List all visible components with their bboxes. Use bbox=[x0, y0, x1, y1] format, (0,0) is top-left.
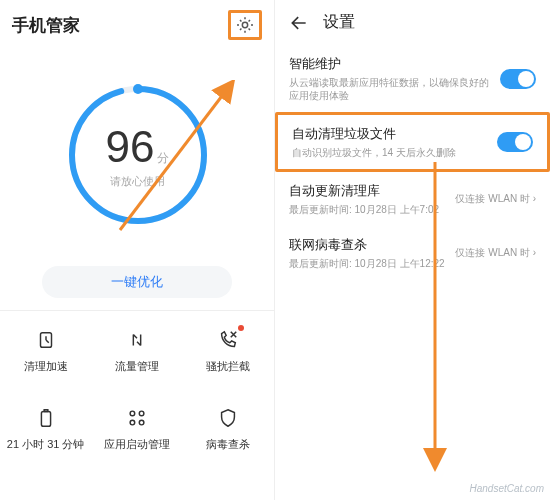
svg-point-11 bbox=[139, 420, 144, 425]
svg-point-8 bbox=[130, 411, 135, 416]
gear-icon[interactable] bbox=[235, 15, 255, 35]
notification-dot bbox=[238, 325, 244, 331]
app-title: 手机管家 bbox=[12, 14, 80, 37]
setting-smart-maintenance[interactable]: 智能维护 从云端读取最新应用特征数据，以确保良好的应用使用体验 bbox=[275, 45, 550, 112]
shield-icon bbox=[215, 405, 241, 431]
settings-title: 设置 bbox=[323, 12, 355, 33]
app-grid-icon bbox=[124, 405, 150, 431]
setting-title: 自动清理垃圾文件 bbox=[292, 125, 487, 143]
battery-icon bbox=[33, 405, 59, 431]
setting-title: 智能维护 bbox=[289, 55, 490, 73]
grid-item-harassment[interactable]: 骚扰拦截 bbox=[183, 311, 274, 389]
setting-title: 自动更新清理库 bbox=[289, 182, 445, 200]
score-gauge: 96 分 请放心使用 bbox=[63, 80, 213, 230]
score-value: 96 bbox=[106, 122, 155, 172]
setting-desc: 最后更新时间: 10月28日 上午7:02 bbox=[289, 203, 445, 216]
setting-meta: 仅连接 WLAN 时 › bbox=[455, 192, 536, 206]
grid-label: 流量管理 bbox=[115, 359, 159, 374]
svg-point-10 bbox=[130, 420, 135, 425]
setting-auto-clean[interactable]: 自动清理垃圾文件 自动识别垃圾文件，14 天后永久删除 bbox=[275, 112, 550, 172]
cleanup-icon bbox=[33, 327, 59, 353]
phone-manager-pane: 手机管家 96 bbox=[0, 0, 275, 500]
settings-header: 设置 bbox=[275, 0, 550, 45]
grid-label: 应用启动管理 bbox=[104, 437, 170, 452]
score-gauge-area: 96 分 请放心使用 bbox=[0, 50, 275, 260]
setting-online-virus-scan[interactable]: 联网病毒查杀 最后更新时间: 10月28日 上午12:22 仅连接 WLAN 时… bbox=[275, 226, 550, 280]
grid-item-battery[interactable]: 21 小时 31 分钟 bbox=[0, 389, 91, 467]
left-header: 手机管家 bbox=[0, 0, 274, 50]
grid-item-launch[interactable]: 应用启动管理 bbox=[91, 389, 182, 467]
feature-grid: 清理加速 流量管理 骚扰拦截 21 小时 31 分钟 bbox=[0, 310, 274, 467]
settings-entry-highlight bbox=[228, 10, 262, 40]
setting-desc: 自动识别垃圾文件，14 天后永久删除 bbox=[292, 146, 487, 159]
data-usage-icon bbox=[124, 327, 150, 353]
watermark: HandsetCat.com bbox=[470, 483, 544, 494]
grid-item-virus[interactable]: 病毒查杀 bbox=[183, 389, 274, 467]
svg-point-9 bbox=[139, 411, 144, 416]
grid-label: 骚扰拦截 bbox=[206, 359, 250, 374]
svg-point-0 bbox=[242, 22, 247, 27]
svg-rect-6 bbox=[41, 411, 50, 426]
toggle-switch[interactable] bbox=[500, 69, 536, 89]
grid-label: 清理加速 bbox=[24, 359, 68, 374]
setting-desc: 最后更新时间: 10月28日 上午12:22 bbox=[289, 257, 445, 270]
svg-rect-7 bbox=[44, 409, 48, 411]
setting-title: 联网病毒查杀 bbox=[289, 236, 445, 254]
optimize-button[interactable]: 一键优化 bbox=[42, 266, 232, 298]
block-call-icon bbox=[215, 327, 241, 353]
grid-item-cleanup[interactable]: 清理加速 bbox=[0, 311, 91, 389]
back-icon[interactable] bbox=[289, 13, 309, 33]
score-hint: 请放心使用 bbox=[110, 174, 165, 189]
grid-item-data[interactable]: 流量管理 bbox=[91, 311, 182, 389]
setting-desc: 从云端读取最新应用特征数据，以确保良好的应用使用体验 bbox=[289, 76, 490, 102]
settings-pane: 设置 智能维护 从云端读取最新应用特征数据，以确保良好的应用使用体验 自动清理垃… bbox=[275, 0, 550, 500]
setting-meta: 仅连接 WLAN 时 › bbox=[455, 246, 536, 260]
toggle-switch[interactable] bbox=[497, 132, 533, 152]
grid-label: 病毒查杀 bbox=[206, 437, 250, 452]
grid-label: 21 小时 31 分钟 bbox=[7, 437, 85, 452]
score-unit: 分 bbox=[157, 150, 169, 167]
setting-auto-update-db[interactable]: 自动更新清理库 最后更新时间: 10月28日 上午7:02 仅连接 WLAN 时… bbox=[275, 172, 550, 226]
